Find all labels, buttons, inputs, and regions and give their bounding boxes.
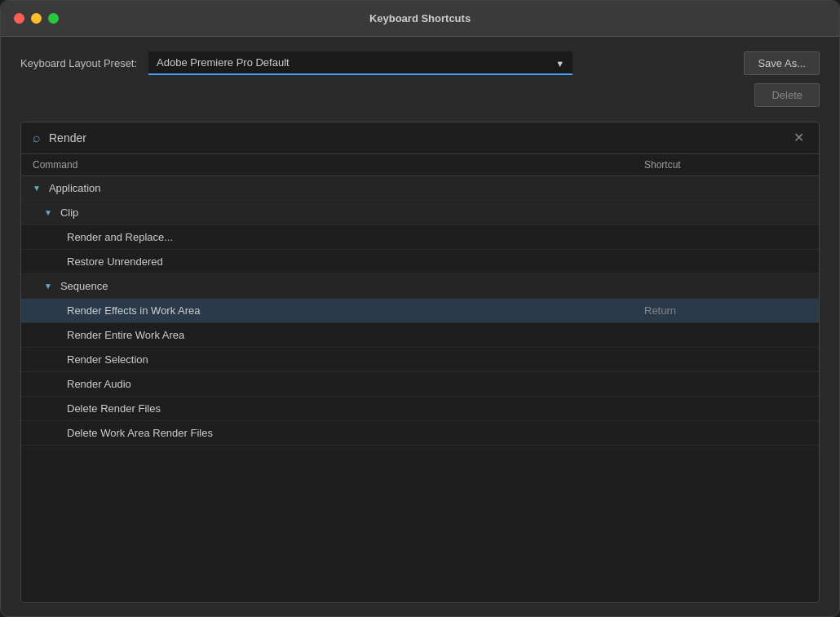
table-row[interactable]: Render Audio xyxy=(21,372,819,397)
results-list: ▼Application▼ClipRender and Replace...Re… xyxy=(21,176,819,602)
titlebar: Keyboard Shortcuts xyxy=(1,1,839,37)
keyboard-shortcuts-window: Keyboard Shortcuts Keyboard Layout Prese… xyxy=(0,0,840,617)
search-input[interactable] xyxy=(49,131,782,144)
row-command-label: ▼Application xyxy=(33,182,644,194)
row-command-label: Delete Work Area Render Files xyxy=(67,427,644,439)
chevron-down-icon: ▼ xyxy=(44,282,52,291)
row-command-label: Render and Replace... xyxy=(67,231,644,243)
row-command-label: Restore Unrendered xyxy=(67,255,644,268)
table-row[interactable]: Render Selection xyxy=(21,348,819,372)
preset-dropdown[interactable]: Adobe Premiere Pro DefaultAvid Media Com… xyxy=(148,51,573,75)
preset-dropdown-wrapper: Adobe Premiere Pro DefaultAvid Media Com… xyxy=(148,51,573,75)
row-shortcut-label: Return xyxy=(644,304,807,317)
preset-row: Keyboard Layout Preset: Adobe Premiere P… xyxy=(20,51,820,75)
row-command-label: ▼Sequence xyxy=(44,280,644,292)
table-row[interactable]: ▼Sequence xyxy=(21,274,819,299)
window-controls xyxy=(14,13,59,24)
save-as-button[interactable]: Save As... xyxy=(744,51,820,75)
chevron-down-icon: ▼ xyxy=(44,208,52,217)
row-command-label: ▼Clip xyxy=(44,206,644,219)
row-command-label: Render Audio xyxy=(67,378,644,390)
table-row[interactable]: Render Effects in Work AreaReturn xyxy=(21,299,819,323)
window-title: Keyboard Shortcuts xyxy=(369,12,471,24)
search-icon: ⌕ xyxy=(33,131,41,145)
delete-button[interactable]: Delete xyxy=(754,83,820,107)
close-button[interactable] xyxy=(14,13,24,24)
table-row[interactable]: ▼Clip xyxy=(21,201,819,225)
main-content: Keyboard Layout Preset: Adobe Premiere P… xyxy=(1,37,839,616)
maximize-button[interactable] xyxy=(48,13,59,24)
table-row[interactable]: Delete Render Files xyxy=(21,397,819,421)
table-row[interactable]: Restore Unrendered xyxy=(21,250,819,274)
table-row[interactable]: ▼Application xyxy=(21,176,819,201)
row-command-label: Delete Render Files xyxy=(67,402,644,415)
row-command-label: Render Entire Work Area xyxy=(67,329,644,341)
clear-search-button[interactable]: ✕ xyxy=(790,131,807,144)
preset-label: Keyboard Layout Preset: xyxy=(20,57,137,69)
delete-row: Delete xyxy=(20,83,820,107)
search-bar: ⌕ ✕ xyxy=(21,122,819,154)
table-header: Command Shortcut xyxy=(21,154,819,176)
chevron-down-icon: ▼ xyxy=(33,184,41,193)
col-shortcut-header: Shortcut xyxy=(644,159,807,171)
row-command-label: Render Selection xyxy=(67,353,644,366)
col-command-header: Command xyxy=(33,159,644,171)
table-row[interactable]: Render and Replace... xyxy=(21,225,819,250)
search-panel: ⌕ ✕ Command Shortcut ▼Application▼ClipRe… xyxy=(20,122,820,603)
minimize-button[interactable] xyxy=(31,13,42,24)
table-row[interactable]: Render Entire Work Area xyxy=(21,323,819,348)
row-command-label: Render Effects in Work Area xyxy=(67,304,644,317)
table-row[interactable]: Delete Work Area Render Files xyxy=(21,421,819,446)
